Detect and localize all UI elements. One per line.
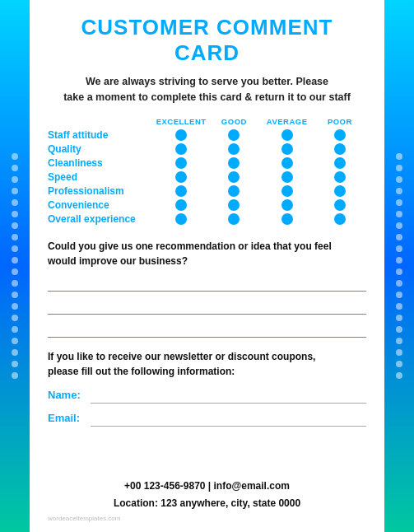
dot-speed-excellent xyxy=(155,171,207,183)
filled-dot xyxy=(281,129,293,141)
dot xyxy=(12,372,18,379)
subtitle-line2: take a moment to complete this card & re… xyxy=(63,91,351,103)
table-row: Professionalism xyxy=(48,185,366,197)
filled-dot xyxy=(228,185,240,197)
dot-cleanliness-average xyxy=(261,157,314,169)
dot xyxy=(12,199,18,206)
dot xyxy=(396,361,402,367)
table-row: Cleanliness xyxy=(48,157,366,169)
row-label-cleanliness: Cleanliness xyxy=(48,157,155,169)
dot xyxy=(396,349,402,356)
table-row: Convenience xyxy=(48,199,366,211)
name-input[interactable] xyxy=(91,387,366,404)
recommendation-input-2[interactable] xyxy=(48,298,366,315)
name-field-row: Name: xyxy=(48,387,366,404)
table-row: Quality xyxy=(48,143,366,155)
page-wrapper: CUSTOMER COMMENT CARD We are always stri… xyxy=(0,0,414,532)
dot-quality-good xyxy=(207,143,260,155)
left-sidebar-decoration xyxy=(0,0,30,532)
rating-table: EXCELLENT GOOD AVERAGE POOR Staff attitu… xyxy=(48,117,366,227)
right-sidebar-decoration xyxy=(384,0,414,532)
dot-cleanliness-excellent xyxy=(155,157,207,169)
dot-staff-good xyxy=(207,129,260,141)
name-label: Name: xyxy=(48,389,91,401)
dot-speed-good xyxy=(207,171,260,183)
dot xyxy=(396,222,402,229)
filled-dot xyxy=(175,157,187,169)
main-content: CUSTOMER COMMENT CARD We are always stri… xyxy=(30,0,384,532)
recommendation-input-1[interactable] xyxy=(48,275,366,292)
newsletter-line1: If you like to receive our newsletter or… xyxy=(48,351,315,362)
filled-dot xyxy=(175,129,187,141)
dot xyxy=(12,153,18,160)
dot xyxy=(396,326,402,333)
dot xyxy=(396,245,402,252)
filled-dot xyxy=(175,171,187,183)
dot-quality-average xyxy=(261,143,314,155)
dot-staff-excellent xyxy=(155,129,207,141)
table-row: Speed xyxy=(48,171,366,183)
dot xyxy=(396,188,402,194)
dot xyxy=(396,199,402,206)
dot xyxy=(12,268,18,275)
filled-dot xyxy=(334,157,346,169)
dot-prof-poor xyxy=(314,185,366,197)
dot xyxy=(396,165,402,171)
dot xyxy=(12,165,18,171)
dot-overall-excellent xyxy=(155,213,207,225)
rec-line1: Could you give us one recommendation or … xyxy=(48,240,332,252)
filled-dot xyxy=(334,185,346,197)
filled-dot xyxy=(228,213,240,225)
filled-dot xyxy=(175,199,187,211)
footer-contact: +00 123-456-9870 | info@email.com Locati… xyxy=(48,478,366,511)
dot xyxy=(12,211,18,217)
dot xyxy=(396,280,402,287)
dot-speed-poor xyxy=(314,171,366,183)
col-header-average: AVERAGE xyxy=(261,117,314,126)
col-header-good: GOOD xyxy=(207,117,260,126)
dot-quality-excellent xyxy=(155,143,207,155)
filled-dot xyxy=(175,213,187,225)
table-row: Overall experience xyxy=(48,213,366,225)
dot xyxy=(12,245,18,252)
dot-conv-average xyxy=(261,199,314,211)
dot xyxy=(12,222,18,229)
filled-dot xyxy=(281,199,293,211)
dot-conv-excellent xyxy=(155,199,207,211)
dot xyxy=(12,176,18,183)
filled-dot xyxy=(281,143,293,155)
col-header-excellent: EXCELLENT xyxy=(155,117,207,126)
dot xyxy=(396,338,402,344)
filled-dot xyxy=(334,213,346,225)
row-label-staff-attitude: Staff attitude xyxy=(48,129,155,141)
dot-conv-poor xyxy=(314,199,366,211)
filled-dot xyxy=(281,157,293,169)
rec-line2: would improve our business? xyxy=(48,255,188,267)
dot-speed-average xyxy=(261,171,314,183)
newsletter-label: If you like to receive our newsletter or… xyxy=(48,349,366,379)
dot xyxy=(12,303,18,310)
dot xyxy=(12,315,18,321)
row-label-professionalism: Professionalism xyxy=(48,185,155,197)
filled-dot xyxy=(334,199,346,211)
newsletter-line2: please fill out the following informatio… xyxy=(48,366,235,377)
dot xyxy=(396,372,402,379)
row-label-convenience: Convenience xyxy=(48,199,155,211)
dot xyxy=(12,326,18,333)
email-label: Email: xyxy=(48,412,91,424)
filled-dot xyxy=(228,129,240,141)
dot xyxy=(396,153,402,160)
filled-dot xyxy=(334,171,346,183)
filled-dot xyxy=(175,185,187,197)
rating-header-row: EXCELLENT GOOD AVERAGE POOR xyxy=(48,117,366,126)
dot xyxy=(396,211,402,217)
dot-staff-average xyxy=(261,129,314,141)
dot-overall-poor xyxy=(314,213,366,225)
email-input[interactable] xyxy=(91,410,366,427)
recommendation-input-3[interactable] xyxy=(48,321,366,338)
row-label-quality: Quality xyxy=(48,143,155,155)
dot-cleanliness-poor xyxy=(314,157,366,169)
subtitle: We are always striving to serve you bett… xyxy=(48,74,366,105)
filled-dot xyxy=(334,129,346,141)
filled-dot xyxy=(281,171,293,183)
